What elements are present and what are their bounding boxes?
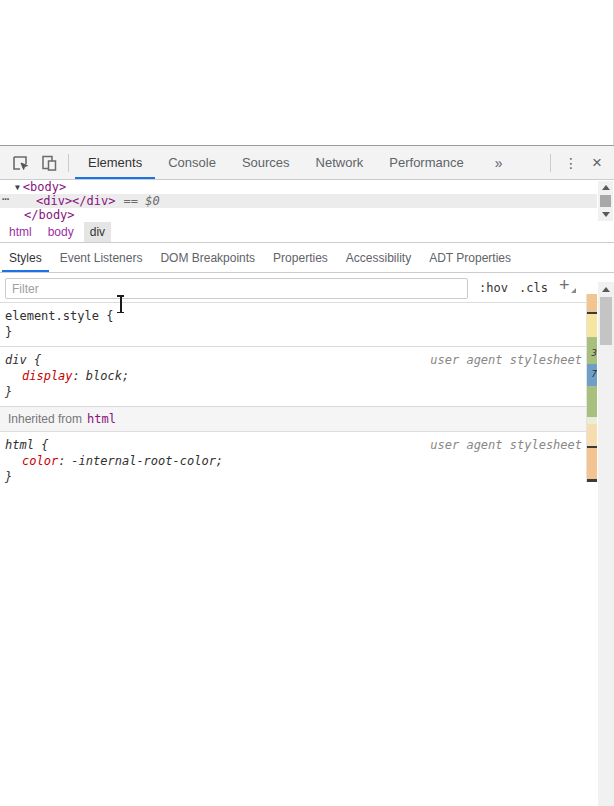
tab-console[interactable]: Console: [155, 146, 229, 179]
scroll-up-arrow-icon[interactable]: [598, 282, 614, 297]
browser-window: Elements Console Sources Network Perform…: [0, 0, 614, 806]
styles-pane-scrollbar[interactable]: [598, 282, 614, 806]
dom-node-body-close[interactable]: </body>: [0, 208, 597, 222]
device-toolbar-icon[interactable]: [39, 153, 59, 173]
scroll-up-arrow-icon[interactable]: [598, 181, 613, 194]
devtools-toolbar: Elements Console Sources Network Perform…: [0, 146, 614, 180]
css-property-name[interactable]: display: [22, 369, 73, 383]
css-property-value[interactable]: -internal-root-color: [71, 454, 216, 468]
breadcrumb-body[interactable]: body: [42, 222, 80, 242]
tab-adt-properties[interactable]: ADT Properties: [420, 243, 520, 272]
dom-tree: ▼<body> ⋯<div></div>== $0 </body>: [0, 180, 614, 222]
css-property-value[interactable]: block: [86, 369, 122, 383]
node-options-ellipsis-icon[interactable]: ⋯: [2, 192, 10, 206]
dom-node-div-selected[interactable]: ⋯<div></div>== $0: [0, 194, 597, 208]
scrollbar-thumb[interactable]: [600, 297, 612, 345]
style-rule-element-style[interactable]: element.style { }: [0, 303, 586, 347]
style-rule-html[interactable]: user agent stylesheet html { color:-inte…: [0, 432, 586, 491]
tab-event-listeners[interactable]: Event Listeners: [51, 243, 152, 272]
tab-network[interactable]: Network: [303, 146, 377, 179]
more-tabs-icon[interactable]: »: [495, 155, 503, 171]
tab-dom-breakpoints[interactable]: DOM Breakpoints: [151, 243, 264, 272]
styles-filter-input[interactable]: [5, 278, 468, 299]
dom-node-body-open[interactable]: ▼<body>: [0, 180, 597, 194]
rule-selector[interactable]: div: [5, 353, 27, 367]
breadcrumb-div[interactable]: div: [84, 222, 111, 242]
tab-elements[interactable]: Elements: [75, 146, 155, 179]
scrollbar-thumb[interactable]: [600, 195, 611, 207]
collapse-arrow-icon[interactable]: ▼: [15, 183, 20, 192]
inherited-from-header: Inherited fromhtml: [0, 407, 586, 432]
page-viewport: [0, 0, 614, 145]
style-rule-div[interactable]: user agent stylesheet div { display:bloc…: [0, 347, 586, 407]
tab-properties[interactable]: Properties: [264, 243, 337, 272]
selected-node-annotation: == $0: [123, 194, 159, 208]
close-devtools-icon[interactable]: ×: [592, 154, 602, 171]
scroll-down-arrow-icon[interactable]: [598, 208, 613, 221]
rule-selector[interactable]: html: [5, 438, 34, 452]
breadcrumb: html body div: [0, 222, 614, 243]
customize-menu-icon[interactable]: ⋮: [564, 156, 578, 170]
toolbar-divider: [68, 154, 69, 172]
breadcrumb-html[interactable]: html: [3, 222, 38, 242]
stylesheet-origin-label: user agent stylesheet: [430, 437, 582, 453]
tab-performance[interactable]: Performance: [376, 146, 476, 179]
styles-sidebar-tabs: Styles Event Listeners DOM Breakpoints P…: [0, 243, 614, 273]
styles-overview-color-strip: 3 7: [586, 294, 597, 482]
css-property-name[interactable]: color: [22, 454, 58, 468]
inspect-element-icon[interactable]: [10, 153, 30, 173]
dom-tree-scrollbar[interactable]: [598, 181, 613, 221]
toolbar-divider: [550, 154, 551, 172]
tab-sources[interactable]: Sources: [229, 146, 303, 179]
toggle-element-classes-button[interactable]: .cls: [519, 281, 548, 295]
styles-pane: element.style { } user agent stylesheet …: [0, 303, 614, 806]
styles-filter-bar: :hov .cls +: [0, 273, 614, 303]
stylesheet-origin-label: user agent stylesheet: [430, 352, 582, 368]
devtools-main-tabs: Elements Console Sources Network Perform…: [75, 146, 477, 179]
devtools-panel: Elements Console Sources Network Perform…: [0, 145, 614, 806]
toggle-hover-state-button[interactable]: :hov: [479, 281, 508, 295]
tab-styles[interactable]: Styles: [0, 243, 51, 272]
new-style-rule-button[interactable]: +: [559, 275, 570, 296]
inherited-tag-link[interactable]: html: [87, 412, 116, 426]
rule-selector[interactable]: element.style: [5, 309, 99, 323]
toolbar-right-controls: ⋮ ×: [550, 146, 614, 179]
tab-accessibility[interactable]: Accessibility: [337, 243, 420, 272]
